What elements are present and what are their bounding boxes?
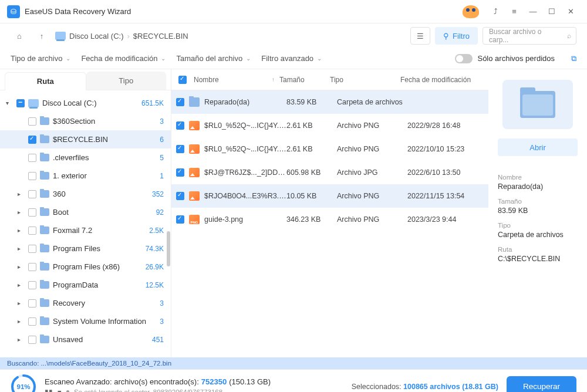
- tree-item[interactable]: ▸ProgramData12.5K: [0, 276, 171, 294]
- mascot-icon[interactable]: [463, 5, 479, 18]
- tree-root[interactable]: ▾ Disco Local (C:) 651.5K: [0, 94, 171, 112]
- filter-button[interactable]: ⚲ Filtro: [435, 27, 478, 45]
- col-size[interactable]: Tamaño: [279, 76, 330, 84]
- checkbox[interactable]: [176, 192, 184, 200]
- checkbox[interactable]: [16, 99, 25, 107]
- meta-label-size: Tamaño: [498, 198, 578, 205]
- tree-item[interactable]: ▸Foxmail 7.22.5K: [0, 221, 171, 239]
- tree-item[interactable]: ▸Boot92: [0, 203, 171, 221]
- checkbox[interactable]: [28, 336, 36, 344]
- expand-icon[interactable]: ▸: [18, 336, 25, 343]
- checkbox[interactable]: [176, 98, 184, 106]
- checkbox[interactable]: [28, 208, 36, 217]
- found-count: 752350: [201, 377, 227, 386]
- tree-item[interactable]: ▸360352: [0, 185, 171, 203]
- tree-item[interactable]: ▸Unsaved451: [0, 330, 171, 349]
- expand-icon[interactable]: ▸: [18, 282, 25, 288]
- table-row[interactable]: Reparado(da)83.59 KBCarpeta de archivos: [171, 90, 488, 114]
- checkbox[interactable]: [28, 281, 36, 289]
- tree-item[interactable]: ▸Program Files (x86)26.9K: [0, 258, 171, 276]
- checkbox[interactable]: [176, 121, 184, 130]
- breadcrumb[interactable]: Disco Local (C:) › $RECYCLE.BIN: [55, 32, 188, 40]
- pause-button[interactable]: ▮▮: [45, 388, 53, 393]
- checkbox[interactable]: [28, 317, 36, 326]
- col-name[interactable]: Nombre ↑: [176, 76, 279, 84]
- expand-icon[interactable]: ▸: [18, 227, 25, 234]
- tab-type[interactable]: Tipo: [86, 72, 167, 90]
- tree-item[interactable]: $RECYCLE.BIN6: [0, 130, 171, 148]
- checkbox[interactable]: [176, 145, 184, 153]
- filter-size[interactable]: Tamaño del archivo⌄: [176, 54, 251, 63]
- stop-button[interactable]: ■: [58, 388, 62, 393]
- checkbox[interactable]: [28, 190, 36, 198]
- checkbox[interactable]: [28, 154, 36, 162]
- table-row[interactable]: $RJO4B0O4...E3%R3.PNG10.05 KBArchivo PNG…: [171, 184, 488, 208]
- collapse-icon[interactable]: ▾: [6, 100, 13, 106]
- minimize-button[interactable]: —: [524, 2, 542, 21]
- home-button[interactable]: ⌂: [11, 27, 28, 45]
- meta-value-type: Carpeta de archivos: [498, 231, 578, 239]
- menu-icon[interactable]: ≡: [505, 2, 524, 21]
- expand-icon[interactable]: ▸: [18, 300, 25, 306]
- file-type: Archivo JPG: [337, 168, 407, 177]
- checkbox[interactable]: [28, 172, 36, 180]
- filter-advanced[interactable]: Filtro avanzado⌄: [261, 54, 322, 63]
- details-panel: Abrir Nombre Reparado(da) Tamaño 83.59 K…: [488, 69, 587, 357]
- list-view-button[interactable]: ☰: [410, 27, 430, 45]
- checkbox[interactable]: [176, 168, 184, 177]
- tree-item[interactable]: ▸System Volume Information3: [0, 312, 171, 330]
- tree-item[interactable]: ▸Recovery3: [0, 294, 171, 312]
- col-date[interactable]: Fecha de modificación: [400, 76, 484, 84]
- expand-icon[interactable]: ▸: [18, 318, 25, 325]
- checkbox[interactable]: [176, 215, 184, 224]
- table-row[interactable]: guide-3.png346.23 KBArchivo PNG2023/3/23…: [171, 208, 488, 231]
- checkbox[interactable]: [28, 117, 36, 126]
- checkbox[interactable]: [28, 263, 36, 271]
- checkbox[interactable]: [28, 227, 36, 235]
- open-button[interactable]: Abrir: [498, 138, 578, 156]
- chevron-down-icon: ⌄: [246, 55, 251, 62]
- meta-label-path: Ruta: [498, 246, 578, 253]
- expand-icon[interactable]: ▸: [18, 209, 25, 215]
- tree-label: System Volume Information: [53, 317, 156, 326]
- search-input[interactable]: Buscar archivo o carp... ⌕: [483, 27, 576, 45]
- tree-collapse-icon[interactable]: ⧉: [571, 54, 576, 63]
- up-button[interactable]: ↑: [33, 27, 50, 45]
- progress-ring: 91%: [11, 374, 36, 393]
- table-row[interactable]: $RL0_%52Q~...IC{}4Y.PNG2.61 KBArchivo PN…: [171, 114, 488, 137]
- checkbox[interactable]: [28, 245, 36, 253]
- filter-date[interactable]: Fecha de modificación⌄: [81, 54, 166, 63]
- expand-icon[interactable]: ▸: [18, 191, 25, 197]
- tree-item[interactable]: ▸Program Files74.3K: [0, 239, 171, 258]
- tree-item[interactable]: $360Section3: [0, 112, 171, 130]
- expand-icon[interactable]: ▸: [18, 263, 25, 270]
- recover-button[interactable]: Recuperar: [507, 376, 576, 393]
- tree-item[interactable]: 1. exterior1: [0, 167, 171, 185]
- file-date: 2022/6/10 13:50: [407, 168, 484, 177]
- file-size: 605.98 KB: [286, 168, 337, 177]
- app-title: EaseUS Data Recovery Wizard: [25, 7, 131, 16]
- tree-count: 352: [152, 190, 164, 198]
- expand-icon[interactable]: ▸: [18, 245, 25, 252]
- folder-tree[interactable]: ▾ Disco Local (C:) 651.5K $360Section3$R…: [0, 90, 171, 357]
- select-all-checkbox[interactable]: [178, 76, 187, 84]
- scan-sub: ▮▮ ■ Se está leyendo el sector. 89839206…: [45, 388, 343, 393]
- checkbox[interactable]: [28, 136, 36, 144]
- close-button[interactable]: ✕: [561, 2, 580, 21]
- share-icon[interactable]: ⤴: [486, 2, 505, 21]
- tree-item[interactable]: .cleverfiles5: [0, 148, 171, 167]
- toggle-switch[interactable]: [455, 54, 473, 63]
- table-row[interactable]: $RJ@TR6JZ$..._2]DDG.JPG605.98 KBArchivo …: [171, 161, 488, 184]
- col-type[interactable]: Tipo: [330, 76, 400, 84]
- tab-path[interactable]: Ruta: [5, 72, 86, 90]
- scrollbar-thumb[interactable]: [167, 231, 170, 266]
- tree-label: 360: [53, 190, 149, 198]
- selection-info: Seleccionados: 100865 archivos (18.81 GB…: [352, 383, 498, 391]
- maximize-button[interactable]: ☐: [542, 2, 561, 21]
- checkbox[interactable]: [28, 299, 36, 307]
- file-name: Reparado(da): [204, 98, 286, 106]
- filter-type[interactable]: Tipo de archivo⌄: [11, 54, 70, 63]
- sort-asc-icon[interactable]: ↑: [272, 76, 275, 83]
- lost-only-toggle[interactable]: Sólo archivos perdidos: [455, 54, 555, 63]
- table-row[interactable]: $RL0_%52Q~...IC{}4Y.PNG2.61 KBArchivo PN…: [171, 137, 488, 161]
